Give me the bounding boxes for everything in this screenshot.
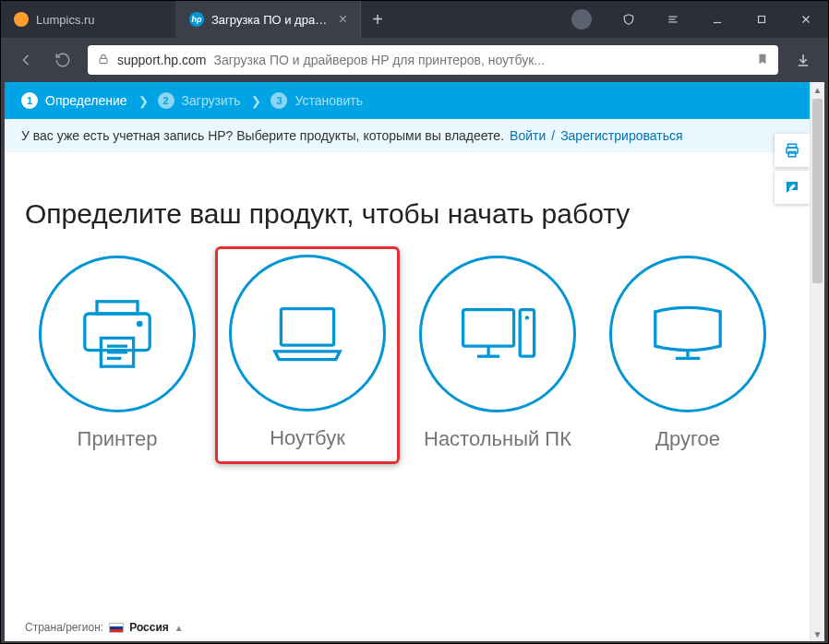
tab-label: Загрузка ПО и драйвер (211, 13, 331, 27)
region-prefix: Страна/регион: (25, 621, 103, 634)
product-label: Настольный ПК (413, 427, 583, 451)
login-prompt: У вас уже есть учетная запись HP? Выбери… (21, 128, 504, 143)
product-printer[interactable]: Принтер (25, 246, 210, 464)
crumb-number: 3 (270, 92, 287, 109)
region-name: Россия (129, 621, 169, 634)
separator: / (551, 128, 555, 143)
tab-lumpics[interactable]: Lumpics.ru (1, 1, 176, 38)
page-viewport: 1 Определение ❯ 2 Загрузить ❯ 3 Установи… (5, 82, 824, 641)
signin-link[interactable]: Войти (510, 128, 546, 143)
breadcrumb: 1 Определение ❯ 2 Загрузить ❯ 3 Установи… (5, 82, 810, 119)
url-domain: support.hp.com (117, 53, 207, 67)
crumb-number: 2 (158, 92, 174, 109)
crumb-step-3[interactable]: 3 Установить (270, 92, 362, 109)
url-path: Загрузка ПО и драйверов HP для принтеров… (214, 53, 750, 67)
new-tab-button[interactable]: + (361, 1, 394, 38)
scroll-thumb[interactable] (812, 99, 823, 283)
product-desktop[interactable]: Настольный ПК (405, 246, 590, 464)
product-label: Другое (603, 427, 773, 451)
product-label: Ноутбук (222, 426, 393, 450)
flag-russia-icon (109, 623, 124, 633)
window-minimize[interactable] (695, 1, 739, 38)
svg-rect-20 (281, 309, 333, 346)
svg-point-15 (137, 321, 143, 328)
menu-icon[interactable] (651, 1, 695, 38)
browser-titlebar: Lumpics.ru hp Загрузка ПО и драйвер × + (1, 1, 828, 38)
product-grid: Принтер Ноутбук (25, 246, 789, 464)
shield-icon[interactable] (607, 1, 651, 38)
crumb-label: Загрузить (182, 93, 241, 108)
downloads-button[interactable] (791, 48, 815, 72)
svg-rect-14 (97, 302, 138, 314)
profile-avatar[interactable] (571, 9, 592, 30)
tab-label: Lumpics.ru (36, 13, 162, 27)
scroll-up-icon[interactable]: ▲ (811, 82, 824, 97)
laptop-icon (229, 255, 386, 411)
page-content: 1 Определение ❯ 2 Загрузить ❯ 3 Установи… (5, 82, 810, 641)
printer-icon (39, 256, 196, 412)
favicon-hp: hp (189, 12, 204, 27)
bookmark-icon[interactable] (756, 53, 769, 68)
product-other[interactable]: Другое (595, 246, 780, 464)
crumb-step-2[interactable]: 2 Загрузить ❯ (158, 92, 262, 109)
browser-toolbar: support.hp.com Загрузка ПО и драйверов H… (1, 38, 828, 82)
crumb-number: 1 (21, 92, 38, 109)
chevron-right-icon: ❯ (251, 94, 261, 108)
page-title: Определите ваш продукт, чтобы начать раб… (25, 198, 789, 230)
scroll-down-icon[interactable]: ▼ (811, 626, 824, 641)
tab-close-icon[interactable]: × (339, 11, 347, 28)
crumb-step-1[interactable]: 1 Определение ❯ (21, 92, 149, 109)
chevron-up-icon: ▲ (174, 623, 184, 633)
address-bar[interactable]: support.hp.com Загрузка ПО и драйверов H… (88, 45, 778, 75)
login-banner: У вас уже есть учетная запись HP? Выбери… (5, 119, 810, 152)
nav-back-button[interactable] (14, 48, 38, 72)
favicon-lumpics (14, 12, 29, 27)
monitor-icon (609, 256, 766, 412)
svg-rect-4 (759, 17, 765, 23)
svg-point-25 (525, 316, 529, 319)
lock-icon (97, 53, 110, 68)
product-laptop[interactable]: Ноутбук (215, 246, 400, 464)
region-selector[interactable]: Страна/регион: Россия ▲ (25, 621, 184, 634)
tab-hp-support[interactable]: hp Загрузка ПО и драйвер × (176, 1, 361, 38)
window-maximize[interactable] (739, 1, 784, 38)
desktop-icon (419, 256, 576, 412)
svg-rect-7 (100, 58, 107, 63)
chevron-right-icon: ❯ (138, 94, 149, 108)
vertical-scrollbar[interactable]: ▲ ▼ (810, 82, 824, 641)
svg-rect-21 (463, 310, 514, 347)
crumb-label: Установить (294, 93, 362, 108)
product-label: Принтер (32, 427, 202, 451)
register-link[interactable]: Зарегистрироваться (560, 128, 682, 143)
window-close[interactable] (784, 1, 828, 38)
crumb-label: Определение (45, 93, 127, 108)
nav-reload-button[interactable] (51, 48, 75, 72)
